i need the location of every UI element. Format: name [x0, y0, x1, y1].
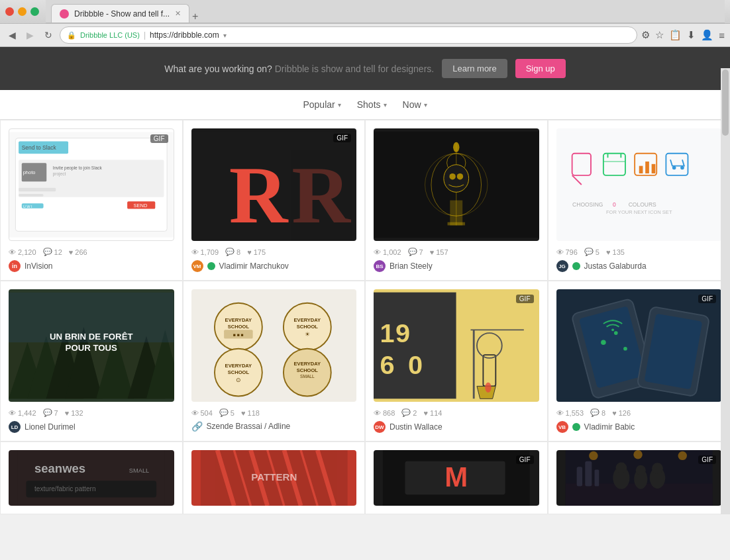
svg-text:Invite people to join Slack: Invite people to join Slack: [53, 165, 103, 171]
shot-image-12[interactable]: GIF: [556, 450, 722, 506]
svg-text:EVERYDAY: EVERYDAY: [225, 317, 252, 323]
author-link-3[interactable]: Brian Steely: [390, 261, 433, 271]
svg-rect-82: [456, 293, 539, 399]
tab-shots[interactable]: Shots ▾: [357, 99, 387, 110]
shot-preview-12: [556, 450, 722, 506]
svg-text:⊙: ⊙: [235, 377, 240, 383]
shot-stats-5: 👁 1,442 💬 7 ♥ 132: [9, 408, 174, 417]
shot-preview-6: EVERYDAY SCHOOL ■ ■ ■ EVERYDAY SCHOOL ☀ …: [191, 289, 357, 402]
address-bar: ◀ ▶ ↻ 🔒 Dribbble LLC (US) | https://drib…: [0, 24, 730, 47]
shot-image-4[interactable]: CHOOSING 0 COLOURS FOR YOUR NEXT ICON SE…: [556, 128, 722, 241]
views-stat-1: 👁 2,120: [9, 248, 36, 256]
settings-icon[interactable]: ⚙: [641, 29, 650, 41]
shot-image-2[interactable]: GIF R R: [191, 128, 357, 241]
toolbar-icons: ⚙ ☆ 📋 ⬇ 👤 ≡: [641, 29, 725, 41]
tab-close-button[interactable]: ✕: [175, 9, 181, 18]
new-tab-button[interactable]: +: [192, 11, 198, 23]
url-bar[interactable]: 🔒 Dribbble LLC (US) | https://dribbble.c…: [60, 26, 637, 44]
shot-preview-1: Send to Slack photo Invite people to joi…: [9, 129, 174, 240]
author-link-6[interactable]: Szende Brassai / Adline: [207, 422, 291, 431]
shot-preview-7: 1 9 6 0: [374, 289, 539, 402]
svg-text:6: 6: [380, 350, 394, 379]
shot-preview-10: PATTERN: [191, 450, 357, 506]
shot-image-1[interactable]: GIF Send to Slack photo Invite people to…: [9, 128, 174, 241]
shot-author-4: JG Justas Galaburda: [556, 260, 722, 272]
scrollbar-thumb[interactable]: [722, 70, 729, 136]
browser-tab[interactable]: Dribbble - Show and tell f... ✕: [51, 4, 189, 23]
svg-point-92: [601, 340, 606, 345]
profile-icon[interactable]: 👤: [701, 29, 713, 41]
close-button[interactable]: [5, 7, 14, 16]
star-icon[interactable]: ☆: [655, 29, 664, 41]
svg-text:R: R: [291, 150, 351, 240]
svg-point-24: [449, 173, 455, 179]
shot-image-7[interactable]: GIF 1 9 6 0: [374, 289, 539, 402]
banner-text: What are you working on? Dribbble is sho…: [164, 64, 434, 74]
author-link-7[interactable]: Dustin Wallace: [390, 422, 443, 432]
learn-more-button[interactable]: Learn more: [442, 59, 507, 78]
shot-stats-8: 👁 1,553 💬 8 ♥ 126: [556, 408, 722, 417]
svg-text:FOR YOUR NEXT ICON SET: FOR YOUR NEXT ICON SET: [605, 209, 672, 215]
comments-stat-1: 💬 12: [43, 248, 62, 256]
shot-image-11[interactable]: GIF M: [374, 450, 539, 506]
shot-image-8[interactable]: GIF: [556, 289, 722, 402]
svg-rect-37: [639, 166, 643, 173]
author-avatar-8: VB: [556, 421, 568, 433]
window-controls[interactable]: [5, 7, 39, 16]
svg-text:Send to Slack: Send to Slack: [22, 144, 57, 151]
shot-stats-6: 👁 504 💬 5 ♥ 118: [191, 408, 357, 417]
author-badge-4: [572, 262, 580, 270]
shot-card-3: 👁 1,002 💬 7 ♥ 157 BS Brian Steely: [365, 120, 548, 281]
svg-text:9: 9: [395, 318, 410, 348]
svg-text:M: M: [444, 461, 468, 492]
svg-text:SCHOOL: SCHOOL: [227, 324, 249, 330]
shot-card-9: seanwes SMALL texture/fabric pattern: [0, 442, 183, 514]
gif-badge-2: GIF: [333, 134, 351, 142]
shot-author-3: BS Brian Steely: [374, 260, 539, 272]
author-link-2[interactable]: Vladimir Marchukov: [219, 261, 289, 271]
shot-card-6: EVERYDAY SCHOOL ■ ■ ■ EVERYDAY SCHOOL ☀ …: [183, 281, 366, 442]
download-icon[interactable]: ⬇: [687, 29, 696, 41]
minimize-button[interactable]: [18, 7, 26, 16]
shot-image-9[interactable]: seanwes SMALL texture/fabric pattern: [9, 450, 174, 506]
svg-point-88: [485, 383, 491, 393]
svg-point-128: [633, 450, 642, 459]
shot-image-3[interactable]: [374, 128, 539, 241]
back-button[interactable]: ◀: [5, 28, 19, 42]
author-badge-8: [572, 423, 580, 431]
svg-rect-27: [448, 222, 465, 226]
forward-button[interactable]: ▶: [23, 28, 37, 42]
shot-preview-11: M: [374, 450, 539, 506]
url-text: https://dribbble.com: [150, 30, 219, 40]
shot-card-12: GIF: [548, 442, 731, 514]
shot-image-10[interactable]: PATTERN: [191, 450, 357, 506]
gif-badge-12: GIF: [698, 455, 716, 464]
shot-stats-1: 👁 2,120 💬 12 ♥ 266: [9, 248, 174, 256]
heart-icon-2: ♥: [247, 248, 252, 256]
menu-icon[interactable]: ≡: [719, 30, 725, 41]
tab-favicon: [60, 9, 69, 19]
svg-text:SCHOOL: SCHOOL: [227, 369, 249, 375]
svg-rect-26: [450, 201, 462, 226]
refresh-button[interactable]: ↻: [41, 28, 56, 42]
shot-image-6[interactable]: EVERYDAY SCHOOL ■ ■ ■ EVERYDAY SCHOOL ☀ …: [191, 289, 357, 402]
sign-up-button[interactable]: Sign up: [515, 59, 566, 78]
page-content: What are you working on? Dribbble is sho…: [0, 47, 730, 514]
reader-icon[interactable]: 📋: [669, 29, 682, 41]
svg-point-124: [635, 465, 645, 475]
shot-image-5[interactable]: UN BRIN DE FORÊT POUR TOUS: [9, 289, 174, 402]
author-link-8[interactable]: Vladimir Babic: [584, 422, 635, 432]
now-arrow: ▾: [424, 101, 427, 109]
shot-card-2: GIF R R 👁 1,709 💬 8 ♥ 175 VM Vladimir Ma…: [183, 120, 366, 281]
tab-popular[interactable]: Popular ▾: [303, 99, 340, 110]
maximize-button[interactable]: [30, 7, 39, 16]
tab-now[interactable]: Now ▾: [403, 99, 427, 110]
scrollbar[interactable]: [721, 68, 730, 514]
author-link-4[interactable]: Justas Galaburda: [584, 261, 647, 271]
author-link-1[interactable]: InVision: [25, 261, 52, 271]
tab-title: Dribbble - Show and tell f...: [74, 9, 170, 19]
nav-tabs: Popular ▾ Shots ▾ Now ▾: [0, 90, 730, 120]
svg-point-122: [615, 462, 627, 473]
shot-author-1: in InVision: [9, 260, 174, 272]
author-link-5[interactable]: Lionel Durimel: [25, 422, 76, 432]
